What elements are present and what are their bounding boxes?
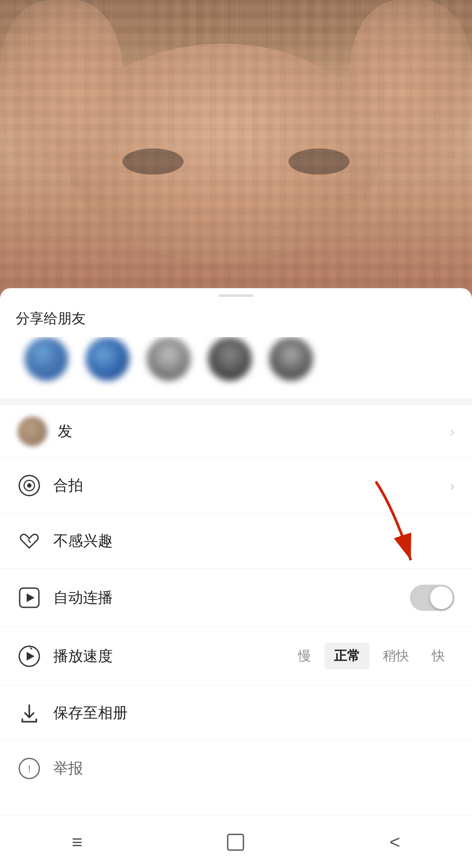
speed-fast[interactable]: 快: [422, 643, 455, 669]
save-label: 保存至相册: [53, 703, 455, 723]
download-icon: [17, 701, 41, 725]
avatar: [147, 337, 191, 381]
speed-slow[interactable]: 慢: [288, 643, 321, 669]
autoplay-right[interactable]: [410, 585, 455, 611]
section-divider: [0, 398, 472, 405]
autoplay-toggle[interactable]: [410, 585, 455, 611]
svg-point-2: [27, 483, 31, 488]
friend-item[interactable]: [77, 337, 138, 385]
friend-item[interactable]: [16, 337, 77, 385]
speed-label: 播放速度: [53, 646, 288, 666]
collab-icon: [17, 474, 41, 497]
svg-line-3: [28, 539, 31, 543]
report-item[interactable]: ! 举报: [0, 741, 472, 796]
nav-menu-button[interactable]: ≡: [72, 832, 82, 853]
autoplay-label: 自动连播: [53, 588, 410, 608]
nav-bar: ≡ <: [0, 816, 472, 868]
speed-options: 慢 正常 稍快 快: [288, 643, 455, 669]
avatar: [86, 337, 129, 381]
svg-line-9: [30, 648, 32, 649]
svg-text:!: !: [28, 763, 31, 774]
autoplay-icon: [17, 586, 41, 610]
speed-normal[interactable]: 正常: [324, 643, 370, 669]
heart-broken-icon: [17, 529, 41, 553]
friends-row: [0, 337, 472, 398]
weibo-avatar: [17, 417, 47, 446]
svg-marker-6: [27, 593, 35, 602]
bottom-sheet: 分享给朋友 发 ›: [0, 288, 472, 868]
nav-home-button[interactable]: [225, 832, 246, 853]
collab-label: 合拍: [53, 475, 450, 496]
friend-item[interactable]: [260, 337, 322, 385]
svg-marker-8: [27, 652, 35, 661]
nav-back-button[interactable]: <: [389, 832, 400, 853]
speed-item[interactable]: 播放速度 慢 正常 稍快 快: [0, 627, 472, 685]
avatar: [269, 337, 313, 381]
save-item[interactable]: 保存至相册: [0, 685, 472, 741]
not-interested-label: 不感兴趣: [53, 531, 455, 551]
share-section-title: 分享给朋友: [0, 297, 472, 337]
friend-item[interactable]: [199, 337, 260, 385]
speed-slightly-fast[interactable]: 稍快: [373, 643, 419, 669]
report-label: 举报: [53, 758, 455, 778]
friend-item[interactable]: [138, 337, 199, 385]
autoplay-item[interactable]: 自动连播: [0, 569, 472, 627]
weibo-label: 发: [58, 421, 450, 441]
not-interested-item[interactable]: 不感兴趣: [0, 513, 472, 568]
speed-icon: [17, 644, 41, 668]
collab-right: ›: [450, 478, 455, 494]
avatar: [208, 337, 252, 381]
svg-rect-12: [228, 834, 243, 850]
avatar: [24, 337, 68, 381]
weibo-row[interactable]: 发 ›: [0, 405, 472, 458]
toggle-knob: [430, 586, 453, 609]
collab-item[interactable]: 合拍 ›: [0, 458, 472, 513]
chevron-right-icon: ›: [450, 424, 455, 440]
chevron-right-icon: ›: [450, 478, 455, 494]
flag-icon: !: [17, 757, 41, 780]
